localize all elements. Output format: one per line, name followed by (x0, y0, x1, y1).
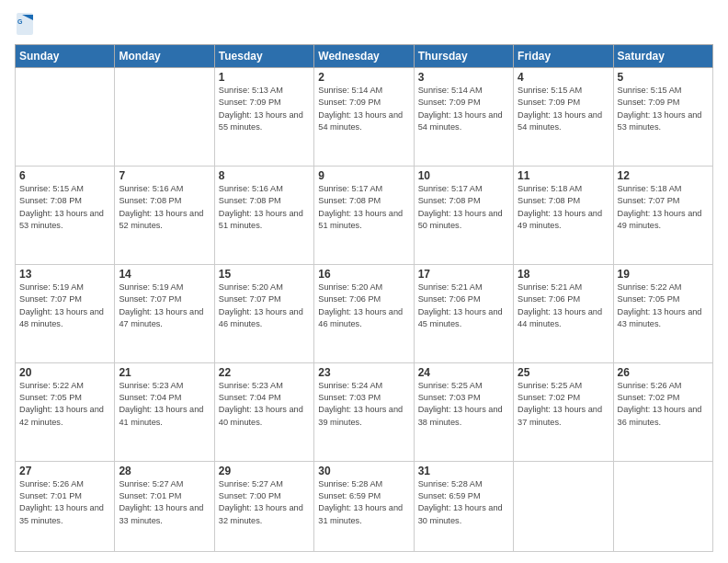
day-number: 7 (119, 169, 210, 182)
day-cell-18: 18Sunrise: 5:21 AMSunset: 7:06 PMDayligh… (514, 264, 613, 362)
day-detail: Sunrise: 5:25 AMSunset: 7:03 PMDaylight:… (418, 380, 509, 429)
day-cell-15: 15Sunrise: 5:20 AMSunset: 7:07 PMDayligh… (214, 264, 313, 362)
week-row-3: 13Sunrise: 5:19 AMSunset: 7:07 PMDayligh… (16, 264, 713, 362)
day-number: 27 (19, 465, 110, 477)
day-number: 16 (318, 268, 409, 281)
day-detail: Sunrise: 5:15 AMSunset: 7:09 PMDaylight:… (518, 85, 609, 133)
logo: G (15, 11, 39, 37)
day-detail: Sunrise: 5:28 AMSunset: 6:59 PMDaylight:… (418, 478, 509, 527)
day-cell-11: 11Sunrise: 5:18 AMSunset: 7:08 PMDayligh… (514, 166, 613, 264)
day-detail: Sunrise: 5:15 AMSunset: 7:08 PMDaylight:… (19, 183, 110, 232)
day-number: 24 (418, 366, 509, 379)
week-row-2: 6Sunrise: 5:15 AMSunset: 7:08 PMDaylight… (16, 166, 713, 264)
empty-cell (613, 461, 712, 551)
day-cell-1: 1Sunrise: 5:13 AMSunset: 7:09 PMDaylight… (214, 68, 313, 167)
empty-cell (514, 461, 613, 551)
day-number: 5 (618, 71, 709, 84)
day-cell-23: 23Sunrise: 5:24 AMSunset: 7:03 PMDayligh… (314, 362, 414, 461)
day-detail: Sunrise: 5:19 AMSunset: 7:07 PMDaylight:… (119, 282, 210, 330)
day-detail: Sunrise: 5:25 AMSunset: 7:02 PMDaylight:… (518, 380, 609, 429)
header: G (15, 11, 713, 37)
day-detail: Sunrise: 5:28 AMSunset: 6:59 PMDaylight:… (318, 478, 409, 527)
day-detail: Sunrise: 5:16 AMSunset: 7:08 PMDaylight:… (219, 183, 310, 232)
day-cell-24: 24Sunrise: 5:25 AMSunset: 7:03 PMDayligh… (414, 362, 513, 461)
day-cell-14: 14Sunrise: 5:19 AMSunset: 7:07 PMDayligh… (115, 264, 214, 362)
calendar-table: SundayMondayTuesdayWednesdayThursdayFrid… (15, 44, 713, 552)
svg-text:G: G (17, 18, 23, 25)
day-number: 1 (219, 71, 310, 84)
day-number: 25 (518, 366, 609, 379)
day-detail: Sunrise: 5:22 AMSunset: 7:05 PMDaylight:… (618, 282, 709, 330)
day-cell-8: 8Sunrise: 5:16 AMSunset: 7:08 PMDaylight… (214, 166, 313, 264)
day-number: 31 (418, 465, 509, 477)
day-number: 26 (618, 366, 709, 379)
day-number: 9 (318, 169, 409, 182)
day-cell-13: 13Sunrise: 5:19 AMSunset: 7:07 PMDayligh… (16, 264, 115, 362)
day-number: 17 (418, 268, 509, 281)
week-row-1: 1Sunrise: 5:13 AMSunset: 7:09 PMDaylight… (16, 68, 713, 167)
day-cell-21: 21Sunrise: 5:23 AMSunset: 7:04 PMDayligh… (115, 362, 214, 461)
day-detail: Sunrise: 5:21 AMSunset: 7:06 PMDaylight:… (518, 282, 609, 330)
day-number: 14 (119, 268, 210, 281)
weekday-header-saturday: Saturday (613, 45, 712, 68)
day-number: 6 (19, 169, 110, 182)
day-number: 15 (219, 268, 310, 281)
day-cell-3: 3Sunrise: 5:14 AMSunset: 7:09 PMDaylight… (414, 68, 513, 167)
day-number: 19 (618, 268, 709, 281)
day-detail: Sunrise: 5:14 AMSunset: 7:09 PMDaylight:… (318, 85, 409, 133)
day-cell-29: 29Sunrise: 5:27 AMSunset: 7:00 PMDayligh… (214, 461, 313, 551)
calendar-page: G SundayMondayTuesdayWednesdayThursdayFr… (0, 0, 728, 563)
day-detail: Sunrise: 5:27 AMSunset: 7:01 PMDaylight:… (119, 478, 210, 527)
day-detail: Sunrise: 5:26 AMSunset: 7:02 PMDaylight:… (618, 380, 709, 429)
day-number: 4 (518, 71, 609, 84)
day-number: 30 (318, 465, 409, 477)
day-cell-30: 30Sunrise: 5:28 AMSunset: 6:59 PMDayligh… (314, 461, 414, 551)
day-cell-31: 31Sunrise: 5:28 AMSunset: 6:59 PMDayligh… (414, 461, 513, 551)
day-detail: Sunrise: 5:20 AMSunset: 7:07 PMDaylight:… (219, 282, 310, 330)
day-cell-6: 6Sunrise: 5:15 AMSunset: 7:08 PMDaylight… (16, 166, 115, 264)
day-detail: Sunrise: 5:15 AMSunset: 7:09 PMDaylight:… (618, 85, 709, 133)
empty-cell (115, 68, 214, 167)
weekday-header-wednesday: Wednesday (314, 45, 414, 68)
day-cell-2: 2Sunrise: 5:14 AMSunset: 7:09 PMDaylight… (314, 68, 414, 167)
day-cell-7: 7Sunrise: 5:16 AMSunset: 7:08 PMDaylight… (115, 166, 214, 264)
weekday-header-monday: Monday (115, 45, 214, 68)
day-detail: Sunrise: 5:14 AMSunset: 7:09 PMDaylight:… (418, 85, 509, 133)
day-number: 28 (119, 465, 210, 477)
empty-cell (16, 68, 115, 167)
day-detail: Sunrise: 5:18 AMSunset: 7:08 PMDaylight:… (518, 183, 609, 232)
day-cell-4: 4Sunrise: 5:15 AMSunset: 7:09 PMDaylight… (514, 68, 613, 167)
day-number: 2 (318, 71, 409, 84)
day-detail: Sunrise: 5:23 AMSunset: 7:04 PMDaylight:… (119, 380, 210, 429)
day-detail: Sunrise: 5:17 AMSunset: 7:08 PMDaylight:… (418, 183, 509, 232)
day-cell-19: 19Sunrise: 5:22 AMSunset: 7:05 PMDayligh… (613, 264, 712, 362)
week-row-4: 20Sunrise: 5:22 AMSunset: 7:05 PMDayligh… (16, 362, 713, 461)
day-cell-20: 20Sunrise: 5:22 AMSunset: 7:05 PMDayligh… (16, 362, 115, 461)
day-cell-9: 9Sunrise: 5:17 AMSunset: 7:08 PMDaylight… (314, 166, 414, 264)
day-detail: Sunrise: 5:23 AMSunset: 7:04 PMDaylight:… (219, 380, 310, 429)
day-number: 23 (318, 366, 409, 379)
weekday-header-tuesday: Tuesday (214, 45, 313, 68)
day-detail: Sunrise: 5:26 AMSunset: 7:01 PMDaylight:… (19, 478, 110, 527)
day-detail: Sunrise: 5:19 AMSunset: 7:07 PMDaylight:… (19, 282, 110, 330)
day-cell-26: 26Sunrise: 5:26 AMSunset: 7:02 PMDayligh… (613, 362, 712, 461)
day-cell-17: 17Sunrise: 5:21 AMSunset: 7:06 PMDayligh… (414, 264, 513, 362)
day-detail: Sunrise: 5:17 AMSunset: 7:08 PMDaylight:… (318, 183, 409, 232)
day-number: 21 (119, 366, 210, 379)
day-number: 13 (19, 268, 110, 281)
weekday-header-sunday: Sunday (16, 45, 115, 68)
day-number: 18 (518, 268, 609, 281)
day-number: 22 (219, 366, 310, 379)
weekday-header-thursday: Thursday (414, 45, 513, 68)
day-detail: Sunrise: 5:21 AMSunset: 7:06 PMDaylight:… (418, 282, 509, 330)
day-number: 8 (219, 169, 310, 182)
logo-icon: G (15, 11, 35, 37)
day-cell-10: 10Sunrise: 5:17 AMSunset: 7:08 PMDayligh… (414, 166, 513, 264)
day-detail: Sunrise: 5:24 AMSunset: 7:03 PMDaylight:… (318, 380, 409, 429)
day-cell-22: 22Sunrise: 5:23 AMSunset: 7:04 PMDayligh… (214, 362, 313, 461)
day-detail: Sunrise: 5:16 AMSunset: 7:08 PMDaylight:… (119, 183, 210, 232)
day-detail: Sunrise: 5:18 AMSunset: 7:07 PMDaylight:… (618, 183, 709, 232)
day-cell-25: 25Sunrise: 5:25 AMSunset: 7:02 PMDayligh… (514, 362, 613, 461)
day-cell-28: 28Sunrise: 5:27 AMSunset: 7:01 PMDayligh… (115, 461, 214, 551)
day-number: 20 (19, 366, 110, 379)
